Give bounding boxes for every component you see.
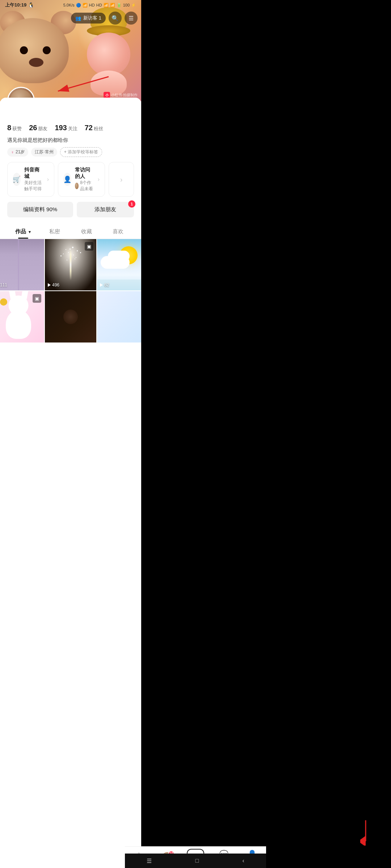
tab-like[interactable]: 喜欢 xyxy=(102,224,134,239)
tab-dropdown-icon: ▾ xyxy=(29,230,31,234)
photo-icon-2: ▣ xyxy=(85,242,93,251)
play-count-3: 62 xyxy=(104,282,109,288)
shop-text: 抖音商城 美好生活触手可得 xyxy=(24,167,43,192)
search-button[interactable]: 🔍 xyxy=(109,12,122,25)
quick-links: 🛒 抖音商城 美好生活触手可得 › 👤 常访问的人 8个作品未看 › xyxy=(7,162,134,197)
stat-likes[interactable]: 8 获赞 xyxy=(7,124,22,132)
page-wrapper: 上午10:19 🐧 5.0K/s 🔵 📶 HD HD 📶 📶 🔋 100 ⚡ xyxy=(0,0,141,868)
gender-icon: ♀ xyxy=(11,150,14,155)
add-tag-button[interactable]: + 添加学校等标签 xyxy=(60,147,102,157)
grid-item-4[interactable]: ▣ xyxy=(0,291,44,342)
play-count-2: 496 xyxy=(52,282,59,288)
content-grid: 111 xyxy=(0,239,141,342)
sky-cloud-2 xyxy=(108,251,130,261)
play-overlay-1: 111 xyxy=(0,282,7,288)
status-icons: 5.0K/s 🔵 📶 HD HD 📶 📶 🔋 100 ⚡ xyxy=(63,3,136,8)
grid-bg-5 xyxy=(45,291,96,342)
play-overlay-2: 496 xyxy=(48,282,59,288)
menu-button[interactable]: ☰ xyxy=(125,12,138,25)
play-icon-2 xyxy=(48,283,51,287)
tab-private-label: 私密 xyxy=(49,228,60,234)
bear-eye-right xyxy=(43,46,51,54)
hero-header: 👥 新访客 1 🔍 ☰ xyxy=(71,12,138,25)
visitors-text: 常访问的人 8个作品未看 xyxy=(75,167,94,192)
friends-count: 26 xyxy=(29,124,37,132)
photo-icon-4: ▣ xyxy=(33,294,41,303)
following-count: 193 xyxy=(55,124,67,132)
bear-eye-left xyxy=(20,46,28,54)
stat-friends[interactable]: 26 朋友 xyxy=(29,124,47,132)
friends-label: 朋友 xyxy=(38,125,47,132)
tags-row: ♀ 21岁 江苏·常州 + 添加学校等标签 xyxy=(7,147,134,157)
shop-icon: 🛒 xyxy=(13,173,21,186)
third-link[interactable]: › xyxy=(109,162,134,197)
play-overlay-3: 62 xyxy=(100,282,109,288)
add-friend-wrapper: 添加朋友 1 xyxy=(77,202,134,217)
visitors-icon: 👤 xyxy=(63,173,71,186)
pig-face xyxy=(87,33,130,76)
grid-item-5[interactable] xyxy=(45,291,96,342)
bunny-coin xyxy=(0,298,7,306)
likes-label: 获赞 xyxy=(12,125,22,132)
stat-following[interactable]: 193 关注 xyxy=(55,124,77,132)
bunny-body xyxy=(6,310,31,339)
tab-works[interactable]: 作品 ▾ xyxy=(7,224,39,239)
bio-text: 遇见你就是想把好的都给你 xyxy=(7,137,134,144)
fans-count: 72 xyxy=(85,124,93,132)
profile-card: 8 获赞 26 朋友 193 关注 72 粉丝 遇见你就是想把好的都给你 ♀ 2… xyxy=(0,98,141,239)
shop-subtitle: 美好生活触手可得 xyxy=(24,180,43,192)
status-time: 上午10:19 🐧 xyxy=(5,2,34,8)
grid-bg-6 xyxy=(97,291,141,342)
tabs-bar: 作品 ▾ 私密 收藏 喜欢 xyxy=(0,224,141,239)
bear-nose xyxy=(29,58,43,67)
shop-title: 抖音商城 xyxy=(24,167,43,180)
tab-works-label: 作品 xyxy=(15,228,26,234)
grid-item-6[interactable] xyxy=(97,291,141,342)
tab-collect-label: 收藏 xyxy=(81,228,92,234)
action-buttons: 编辑资料 90% 添加朋友 1 xyxy=(7,202,134,217)
visitors-sub-row: 8个作品未看 xyxy=(75,180,94,192)
tab-like-label: 喜欢 xyxy=(113,228,123,234)
following-label: 关注 xyxy=(68,125,77,132)
play-count-1: 111 xyxy=(0,282,7,288)
grid-item-1[interactable]: 111 xyxy=(0,239,44,290)
play-icon-3 xyxy=(100,283,103,287)
add-friend-label: 添加朋友 xyxy=(94,206,116,212)
frequent-visitors-link[interactable]: 👤 常访问的人 8个作品未看 › xyxy=(58,162,105,197)
visitor-button[interactable]: 👥 新访客 1 xyxy=(71,13,106,24)
tab-collect[interactable]: 收藏 xyxy=(71,224,102,239)
grid-item-3[interactable]: 62 xyxy=(97,239,141,290)
third-link-icon: › xyxy=(120,175,123,184)
badge-count: 1 xyxy=(131,202,133,206)
tag-age: ♀ 21岁 xyxy=(7,148,28,157)
android-nav-bar: ☰ □ ‹ xyxy=(125,854,141,868)
tag-location: 江苏·常州 xyxy=(31,148,57,157)
visitors-title: 常访问的人 xyxy=(75,167,94,180)
shop-link[interactable]: 🛒 抖音商城 美好生活触手可得 › xyxy=(7,162,54,197)
candle-base xyxy=(63,310,78,324)
stat-fans[interactable]: 72 粉丝 xyxy=(85,124,103,132)
stats-row: 8 获赞 26 朋友 193 关注 72 粉丝 xyxy=(7,109,134,132)
location-text: 江苏·常州 xyxy=(35,149,53,155)
edit-profile-button[interactable]: 编辑资料 90% xyxy=(7,202,73,217)
dark-content xyxy=(45,291,96,342)
tab-private[interactable]: 私密 xyxy=(39,224,71,239)
age-text: 21岁 xyxy=(16,149,25,155)
likes-count: 8 xyxy=(7,124,11,132)
jacket-zipper xyxy=(18,239,19,290)
add-friend-button[interactable]: 添加朋友 xyxy=(77,202,134,217)
visitor-avatar-small xyxy=(75,183,79,189)
add-tag-label: + 添加学校等标签 xyxy=(64,149,98,155)
edit-profile-label: 编辑资料 90% xyxy=(23,206,57,212)
fans-label: 粉丝 xyxy=(94,125,103,132)
shop-arrow-icon: › xyxy=(47,176,49,183)
visitors-arrow-icon: › xyxy=(98,176,100,183)
annotation-arrow-h xyxy=(11,73,134,96)
add-friend-badge: 1 xyxy=(128,200,135,208)
visitors-subtitle: 8个作品未看 xyxy=(80,180,94,192)
visitor-label: 新访客 1 xyxy=(83,15,101,21)
grid-item-2[interactable]: ▣ 496 xyxy=(45,239,96,290)
